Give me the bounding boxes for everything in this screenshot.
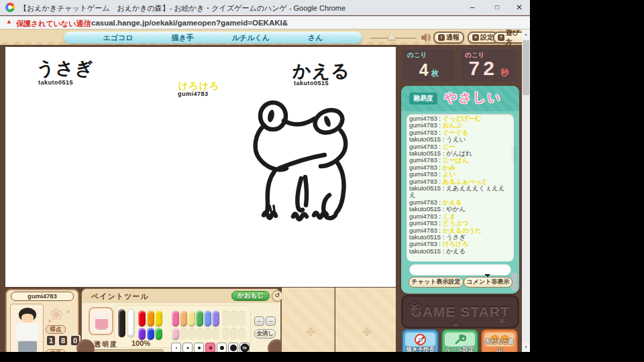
crayon-color[interactable] [212, 310, 219, 326]
remaining-cards-counter: のこり 4 枚 [402, 48, 456, 82]
scroll-up-arrow[interactable]: ▲ [522, 29, 530, 39]
answer-author-kerokero: gumi4783 [178, 90, 209, 97]
page-scrollbar[interactable]: ▲ ▼ [522, 29, 530, 352]
palette-next-button[interactable]: → [266, 316, 276, 326]
opacity-slider[interactable] [94, 349, 164, 352]
title-bar: 【おえかきチャットゲーム おえかきの森】- お絵かき・クイズゲームのハンゲ - … [0, 0, 530, 15]
rule-settings-icon-plate [445, 333, 475, 347]
tab-drawer-name[interactable]: ルチルくん [232, 33, 270, 43]
security-warning-icon: ▲ [6, 18, 12, 25]
avatar-shorts [18, 341, 37, 352]
crayon-color[interactable] [155, 310, 162, 326]
maximize-button[interactable]: □ [486, 0, 508, 15]
remaining-time-unit: 秒 [500, 68, 508, 77]
report-button[interactable]: ! 通報 [433, 32, 464, 44]
remaining-time-counter: のこり 72 秒 [460, 48, 518, 82]
remaining-cards-unit: 枚 [431, 69, 439, 77]
avatar-face [21, 314, 34, 322]
crayon-color[interactable] [147, 310, 154, 326]
settings-icon: + [472, 34, 479, 41]
crayon-black[interactable] [118, 309, 125, 337]
howto-icon: ? [498, 34, 504, 41]
crayon-color[interactable] [172, 310, 179, 326]
crayon-empty-slot [230, 328, 237, 340]
crayon-color[interactable] [172, 328, 179, 340]
crayon-empty-slot [238, 310, 246, 326]
crayon-color[interactable] [147, 328, 154, 340]
crayon-empty-slot [212, 328, 219, 340]
play-with-friends-button[interactable]: 友だちと遊ぶ [481, 329, 518, 352]
rule-settings-button[interactable]: ルール設定 [441, 329, 478, 352]
kaomoji-button[interactable]: かおもじ [231, 291, 270, 301]
difficulty-label: 難易度 [409, 93, 437, 105]
eraser-button[interactable] [89, 307, 113, 335]
crayon-empty-slot [222, 310, 229, 326]
pen-size-option[interactable] [171, 343, 181, 352]
crayon-color[interactable] [204, 310, 211, 326]
pen-size-option[interactable] [205, 343, 215, 352]
page-scrollbar-thumb[interactable] [523, 40, 529, 95]
minimize-button[interactable]: – [462, 0, 483, 15]
answer-word-usagi: うさぎ [36, 56, 94, 80]
opacity-value: 100% [131, 339, 150, 347]
play-with-friends-label: 友だちと遊ぶ [482, 338, 517, 352]
answer-author-usagi: takuto0515 [38, 79, 73, 86]
volume-slider-thumb[interactable] [388, 33, 396, 40]
tab-drawer-honorific[interactable]: さん [308, 33, 323, 43]
comment-hide-button[interactable]: コメント非表示 [464, 277, 513, 288]
url-bar[interactable]: ▲ 保護されていない通信 | casual.hange.jp/oekaki/ga… [0, 16, 530, 29]
crayon-empty-slot [238, 328, 246, 340]
drawing-canvas[interactable]: うさぎ takuto0515 けろけろ gumi4783 かえる takuto0… [5, 47, 396, 287]
pen-size-option[interactable] [182, 343, 193, 352]
chat-display-settings-button[interactable]: チャット表示設定 [409, 277, 464, 288]
side-panel: 難易度 やさしい gumi4783 : ぐっどげーむgumi4783 : おんぷ… [401, 86, 519, 294]
pen-size-option[interactable] [228, 343, 238, 352]
crayon-color[interactable] [188, 310, 195, 326]
crayon-color[interactable] [138, 328, 146, 340]
player-tab-bar[interactable]: エゴコロ 描き手 ルチルくん さん [64, 32, 362, 44]
crayon-empty-slot [188, 328, 195, 340]
clover-decoration: ✤ [306, 325, 315, 339]
paint-panel-title: ペイントツール [91, 292, 149, 302]
crayon-color[interactable] [138, 310, 146, 326]
flower-decoration: ❀ [50, 305, 63, 324]
tab-drawer-label[interactable]: 描き手 [171, 33, 193, 43]
game-start-button[interactable]: ❀ ❀ ❀ GAME START [401, 295, 519, 328]
player-card: gumi4783 ❀ 得点 1 8 0 称号 [5, 289, 79, 352]
browser-window: 【おえかきチャットゲーム おえかきの森】- お絵かき・クイズゲームのハンゲ - … [0, 0, 530, 352]
rule-settings-label: ルール設定 [443, 346, 477, 352]
palette-prev-button[interactable]: ← [254, 316, 264, 326]
pen-size-option-50[interactable]: 50 [239, 343, 250, 352]
answer-author-kaeru: takuto0515 [294, 80, 329, 86]
pen-size-option[interactable] [194, 343, 204, 352]
speaker-icon[interactable] [421, 32, 431, 43]
crayon-color[interactable] [180, 310, 187, 326]
crayon-color[interactable] [196, 310, 203, 326]
screen: 【おえかきチャットゲーム おえかきの森】- お絵かき・クイズゲームのハンゲ - … [0, 0, 644, 362]
remaining-time-value: 72 [469, 57, 498, 79]
crayon-empty-slot [180, 328, 187, 340]
crayon-color[interactable] [155, 328, 162, 340]
security-warning-text[interactable]: 保護されていない通信 [16, 19, 91, 29]
chat-log[interactable]: gumi4783 : ぐっどげーむgumi4783 : おんぷgumi4783 … [407, 114, 514, 261]
wrench-icon [454, 335, 466, 345]
player-avatar[interactable] [10, 304, 44, 352]
crayon-empty-slot [204, 328, 211, 340]
remaining-cards-value: 4 [419, 60, 429, 79]
url-text[interactable]: casual.hange.jp/oekaki/gameopen?gameid=O… [91, 19, 288, 27]
reject-drawer-button[interactable]: 描き手拒否 [402, 329, 439, 352]
crayon-white[interactable] [127, 309, 135, 337]
difficulty-value: やさしい [444, 89, 502, 107]
scroll-down-arrow[interactable]: ▼ [522, 343, 530, 352]
crayon-empty-slot [230, 310, 237, 326]
difficulty-header: 難易度 やさしい [401, 86, 519, 111]
opacity-label: 透明度 [94, 340, 118, 349]
clear-all-button[interactable]: 全消し [254, 329, 276, 339]
report-icon: ! [438, 34, 445, 41]
settings-label: 設定 [480, 33, 494, 42]
tab-egokoro[interactable]: エゴコロ [103, 33, 133, 43]
close-button[interactable]: ✕ [508, 0, 530, 15]
pen-size-option[interactable] [217, 343, 227, 352]
dot-decoration [67, 310, 70, 313]
chat-input[interactable] [409, 264, 511, 276]
